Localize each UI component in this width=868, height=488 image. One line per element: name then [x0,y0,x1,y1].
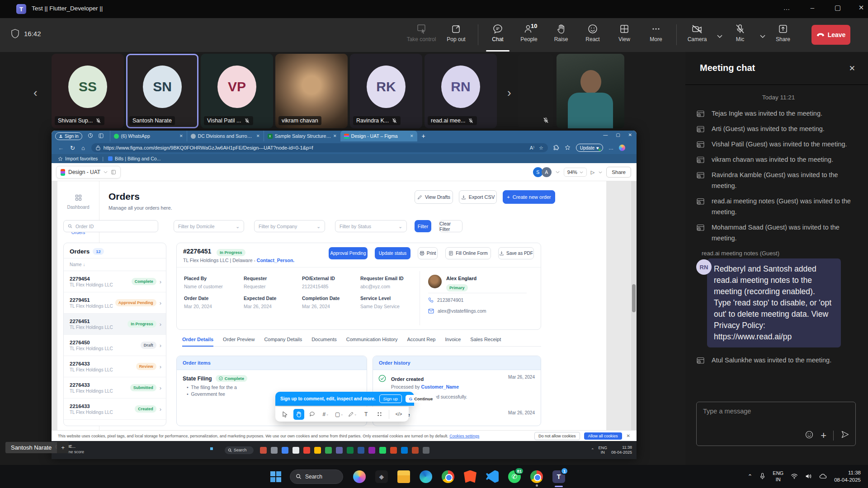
inner-pinned-app-icon[interactable] [358,447,364,454]
resources-tool[interactable] [374,409,385,420]
collaborator-avatar[interactable]: A [542,167,552,177]
inner-pinned-app-icon[interactable] [368,447,375,454]
figma-file-menu[interactable]: Design - UAT [56,166,121,178]
browser-tab[interactable]: XSample Salary Structure with calc✕ [264,131,340,141]
view-button[interactable]: View [610,22,639,50]
teams-taskbar-icon[interactable]: T1 [552,470,565,483]
sidebar-item-dashboard[interactable]: Dashboard [59,191,97,212]
camera-options-chevron[interactable] [717,32,722,40]
filter-company-select[interactable]: Filter by Company⌄ [254,220,325,232]
scrollbar-thumb[interactable] [632,284,636,312]
chevron-right-icon[interactable]: › [160,300,161,306]
copilot-icon[interactable] [619,145,625,151]
chat-close-icon[interactable]: ✕ [849,64,855,73]
brave-icon[interactable] [464,470,476,483]
tab-invoice[interactable]: Invoice [445,337,461,342]
chat-input-box[interactable]: + [696,402,856,446]
inner-pinned-app-icon[interactable] [260,447,267,454]
tab-close-icon[interactable]: ✕ [333,134,337,138]
update-status-button[interactable]: Update status [375,247,410,259]
google-continue-button[interactable]: GContinue [406,395,437,403]
tab-close-icon[interactable]: ✕ [179,134,183,138]
tray-expand-icon[interactable]: ⌃ [747,473,752,480]
print-button[interactable]: Print [418,247,438,259]
mic-options-chevron[interactable] [760,32,765,40]
inner-pinned-app-icon[interactable] [412,447,419,454]
orders-column-header[interactable]: Name ↓ [64,258,166,271]
cookie-settings-link[interactable]: Cookies settings [449,434,479,438]
tab-close-icon[interactable]: ✕ [256,134,260,138]
dev-mode-toggle[interactable]: </> [393,409,404,420]
filmstrip-prev-button[interactable]: ‹ [33,86,38,100]
chat-button[interactable]: Chat [483,22,512,50]
camera-button[interactable]: Camera [683,22,712,50]
figma-share-button[interactable]: Share [606,167,631,178]
customer-name-link[interactable]: Customer_Name [421,384,459,389]
edge-icon[interactable] [420,470,432,483]
start-button[interactable] [270,471,275,476]
participant-tile[interactable]: RNread.ai mee... [425,54,497,128]
window-close-button[interactable]: ✕ [854,4,868,12]
inner-pinned-app-icon[interactable] [347,447,354,454]
order-list-row[interactable]: 2276451TL Flex Holdings LLCIn Progress› [64,314,166,335]
contact-person-link[interactable]: Contact_Person. [257,258,294,263]
inner-pinned-app-icon[interactable] [325,447,332,454]
inner-pinned-app-icon[interactable] [401,447,408,454]
tab-close-icon[interactable]: ✕ [410,134,414,138]
participant-tile[interactable]: RKRavindra K... [350,54,422,128]
inner-pinned-app-icon[interactable] [390,447,397,454]
order-list-row[interactable]: 2276433TL Flex Holdings LLCReview› [64,356,166,377]
favorites-bar-icon[interactable] [565,145,571,151]
volume-icon[interactable] [805,473,812,480]
tab-sales-receipt[interactable]: Sales Receipt [470,337,501,342]
emoji-icon[interactable] [805,430,814,441]
lasso-tool[interactable] [307,409,318,420]
participant-tile[interactable]: vikram chavan [275,54,348,128]
tray-mic-icon[interactable] [760,473,765,481]
tab-order-details[interactable]: Order Details [182,337,213,342]
browser-close-button[interactable]: ✕ [628,132,632,137]
chrome-profile-icon[interactable] [530,470,543,483]
wifi-icon[interactable] [791,473,798,480]
inner-pinned-app-icon[interactable] [282,447,288,454]
chevron-right-icon[interactable]: › [160,342,161,349]
workspaces-icon[interactable] [88,133,93,139]
tray-expand-icon[interactable]: ⌃ [591,448,594,452]
export-csv-button[interactable]: Export CSV [459,190,497,204]
chat-message-list[interactable]: Today 11:21 Tejas Ingle was invited to t… [685,85,868,401]
leave-button[interactable]: Leave [811,25,850,45]
address-bar[interactable]: https://www.figma.com/design/9BKQ0FOHRWa… [91,143,548,152]
vertical-tabs-icon[interactable] [99,133,104,139]
more-button[interactable]: More [642,22,670,50]
page-scrollbar[interactable] [631,181,637,430]
share-button[interactable]: Share [769,22,797,50]
language-indicator[interactable]: ENGIN [773,470,783,482]
deny-cookies-button[interactable]: Do not allow cookies [534,432,580,440]
presenter-pin-button[interactable]: + [57,441,69,453]
filter-apply-button[interactable]: Filter [415,220,431,232]
shape-tool[interactable]: ▢⌄ [334,409,344,420]
react-button[interactable]: React [578,22,607,50]
chevron-right-icon[interactable]: › [160,363,161,370]
participant-tile-overflow[interactable] [518,54,553,128]
frame-tool[interactable]: #⌄ [320,409,331,420]
chevron-right-icon[interactable]: › [160,385,161,391]
order-list-row[interactable]: 2279451TL Flex Holdings LLCApproval Pend… [64,292,166,314]
mic-button[interactable]: Mic [726,22,755,50]
inner-pinned-app-icon[interactable] [314,447,321,454]
figma-signup-button[interactable]: Sign up [379,394,402,403]
move-tool[interactable] [280,409,291,420]
bookmark-bills[interactable]: Bills | Billing and Co... [115,156,160,161]
contact-email[interactable]: alex@vstatefilings.com [438,308,486,314]
inner-pinned-app-icon[interactable] [423,447,429,454]
inner-search-box[interactable]: Search [225,446,254,454]
fill-online-form-button[interactable]: Fill Online Form [445,247,491,259]
chevron-down-icon[interactable] [556,171,560,174]
hand-tool[interactable] [293,409,304,420]
pop-out-button[interactable]: Pop out [442,22,471,50]
chevron-right-icon[interactable]: › [160,278,161,285]
inner-clock[interactable]: 11:3808-04-2025 [611,445,632,455]
contact-phone[interactable]: 2123874901 [437,297,463,303]
chevron-right-icon[interactable]: › [160,321,161,328]
vscode-icon[interactable] [486,470,499,483]
